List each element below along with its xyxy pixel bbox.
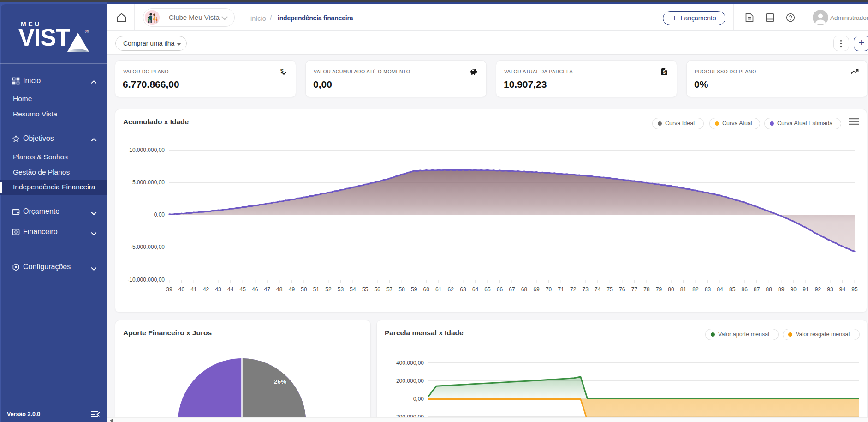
svg-text:85: 85 [729, 286, 736, 293]
svg-text:46: 46 [252, 286, 258, 293]
svg-text:26%: 26% [274, 378, 286, 385]
svg-text:10.000.000,00: 10.000.000,00 [129, 147, 165, 153]
svg-text:78: 78 [643, 286, 650, 293]
svg-text:66: 66 [497, 286, 503, 293]
svg-text:74: 74 [595, 286, 601, 293]
svg-text:40: 40 [178, 286, 185, 293]
svg-text:61: 61 [435, 286, 442, 293]
svg-text:41: 41 [190, 286, 197, 293]
svg-text:62: 62 [448, 286, 454, 293]
svg-text:64: 64 [472, 286, 479, 293]
svg-text:44: 44 [227, 286, 234, 293]
svg-text:0,00: 0,00 [413, 396, 424, 402]
svg-text:55: 55 [362, 286, 369, 293]
svg-text:87: 87 [754, 286, 760, 293]
svg-text:5.000.000,00: 5.000.000,00 [132, 179, 165, 186]
svg-text:-5.000.000,00: -5.000.000,00 [131, 244, 165, 250]
svg-text:86: 86 [742, 286, 748, 293]
svg-text:42: 42 [203, 286, 209, 293]
svg-text:71: 71 [558, 286, 565, 293]
svg-text:400.000,00: 400.000,00 [396, 360, 424, 366]
svg-text:75: 75 [607, 286, 613, 293]
svg-text:68: 68 [521, 286, 528, 293]
svg-text:77: 77 [631, 286, 638, 293]
svg-text:0,00: 0,00 [154, 211, 165, 218]
svg-text:58: 58 [399, 286, 405, 293]
svg-text:89: 89 [778, 286, 785, 293]
svg-text:82: 82 [692, 286, 699, 293]
svg-text:73: 73 [583, 286, 589, 293]
svg-text:70: 70 [546, 286, 552, 293]
svg-text:63: 63 [460, 286, 466, 293]
svg-text:80: 80 [668, 286, 674, 293]
svg-text:51: 51 [313, 286, 320, 293]
svg-text:81: 81 [680, 286, 687, 293]
svg-text:39: 39 [166, 286, 172, 293]
svg-text:49: 49 [289, 286, 295, 293]
svg-text:56: 56 [374, 286, 380, 293]
svg-text:200.000,00: 200.000,00 [396, 378, 424, 384]
svg-text:$: $ [663, 70, 666, 75]
svg-text:92: 92 [815, 286, 821, 293]
svg-text:43: 43 [215, 286, 221, 293]
svg-text:67: 67 [509, 286, 515, 293]
svg-text:88: 88 [766, 286, 773, 293]
svg-text:84: 84 [717, 286, 723, 293]
svg-text:79: 79 [656, 286, 662, 293]
svg-text:91: 91 [803, 286, 809, 293]
svg-text:60: 60 [423, 286, 430, 293]
svg-text:50: 50 [301, 286, 307, 293]
svg-text:52: 52 [325, 286, 332, 293]
svg-text:53: 53 [338, 286, 344, 293]
svg-text:65: 65 [484, 286, 491, 293]
svg-text:-10.000.000,00: -10.000.000,00 [127, 277, 165, 283]
svg-text:59: 59 [411, 286, 417, 293]
svg-text:93: 93 [827, 286, 833, 293]
svg-text:72: 72 [570, 286, 577, 293]
svg-text:95: 95 [851, 286, 858, 293]
svg-text:69: 69 [533, 286, 540, 293]
svg-text:45: 45 [240, 286, 246, 293]
svg-text:54: 54 [350, 286, 356, 293]
svg-text:94: 94 [839, 286, 846, 293]
svg-text:48: 48 [276, 286, 283, 293]
svg-text:90: 90 [791, 286, 797, 293]
svg-text:83: 83 [705, 286, 711, 293]
svg-text:57: 57 [386, 286, 393, 293]
svg-text:76: 76 [619, 286, 625, 293]
svg-text:47: 47 [264, 286, 271, 293]
